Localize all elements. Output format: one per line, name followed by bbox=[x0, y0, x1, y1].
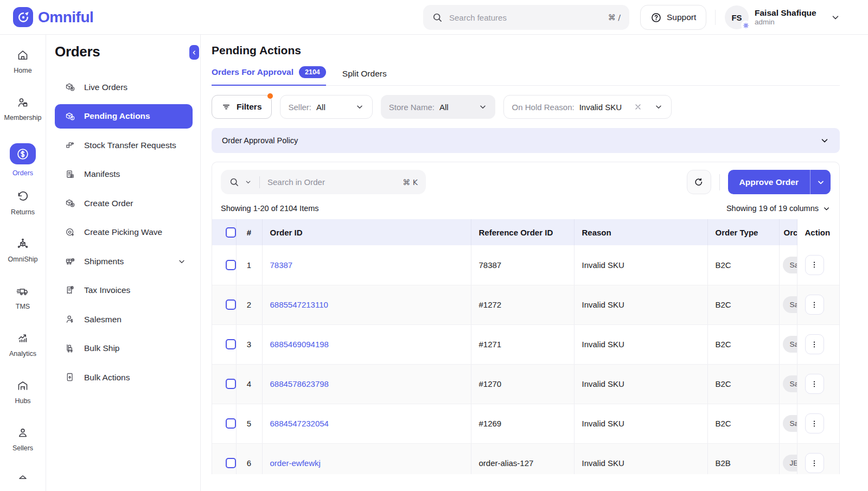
row-checkbox[interactable] bbox=[226, 418, 236, 429]
order-id-link[interactable]: 6884547232054 bbox=[270, 419, 329, 428]
table-row: 2 6885547213110 #1272 Invalid SKU B2C Sa bbox=[212, 285, 839, 324]
table-header-row: # Order ID Reference Order ID Reason Ord… bbox=[212, 219, 839, 245]
approve-order-caret[interactable] bbox=[810, 170, 831, 194]
rail-item-omniship[interactable]: OmniShip bbox=[8, 238, 38, 271]
columns-selector[interactable]: Showing 19 of 19 columns bbox=[726, 204, 831, 213]
rail-item-orders[interactable]: Orders bbox=[10, 143, 36, 177]
order-id-link[interactable]: 78387 bbox=[270, 260, 293, 270]
tab-orders-for-approval[interactable]: Orders For Approval 2104 bbox=[212, 66, 326, 86]
global-search[interactable]: ⌘ / bbox=[423, 5, 629, 30]
sidebar-item-live-orders[interactable]: Live Orders bbox=[55, 75, 193, 99]
row-checkbox[interactable] bbox=[226, 379, 236, 389]
status-badge: JE bbox=[783, 455, 797, 471]
omniship-icon bbox=[16, 238, 29, 251]
omniful-logo-icon bbox=[13, 7, 33, 27]
user-menu[interactable]: FS Faisal Shafique admin bbox=[725, 5, 840, 30]
rail-item-membership[interactable]: Membership bbox=[4, 96, 42, 130]
row-checkbox[interactable] bbox=[226, 458, 236, 468]
tab-split-orders[interactable]: Split Orders bbox=[342, 69, 387, 85]
row-checkbox[interactable] bbox=[226, 339, 236, 349]
rail-item-tms[interactable]: TMS bbox=[16, 285, 30, 318]
top-bar: Omniful ⌘ / Support FS bbox=[0, 0, 868, 35]
order-search-shortcut: ⌘ K bbox=[403, 178, 418, 187]
stock-transfer-icon bbox=[64, 139, 76, 151]
refresh-button[interactable] bbox=[687, 170, 711, 194]
summary-row: Showing 1-20 of 2104 Items Showing 19 of… bbox=[212, 200, 839, 219]
order-id-link[interactable]: 6884578623798 bbox=[270, 379, 329, 388]
orders-table-card: ⌘ K Approve Order Showing 1-20 of bbox=[212, 162, 840, 474]
sidebar-collapse-button[interactable] bbox=[189, 45, 199, 60]
sidebar-item-tax-invoices[interactable]: Tax Invoices bbox=[55, 278, 193, 303]
filters-button[interactable]: Filters bbox=[212, 95, 272, 119]
order-approval-policy-accordion[interactable]: Order Approval Policy bbox=[212, 128, 840, 153]
store-name-filter-dropdown[interactable]: Store Name: All bbox=[381, 95, 495, 119]
main-panel: Pending Actions Orders For Approval 2104… bbox=[201, 35, 868, 491]
analytics-icon bbox=[16, 332, 29, 345]
order-search[interactable]: ⌘ K bbox=[221, 170, 426, 194]
search-divider bbox=[259, 176, 260, 188]
brand[interactable]: Omniful bbox=[13, 7, 93, 27]
approve-order-button[interactable]: Approve Order bbox=[728, 170, 810, 194]
row-actions-kebab-button[interactable] bbox=[805, 255, 824, 275]
status-badge: Sa bbox=[783, 415, 797, 432]
row-actions-kebab-button[interactable] bbox=[805, 453, 824, 473]
sidebar-item-stock-transfer-requests[interactable]: Stock Transfer Requests bbox=[55, 133, 193, 157]
gear-icon bbox=[741, 21, 750, 30]
order-id-link[interactable]: order-ewfewkj bbox=[270, 458, 321, 468]
row-checkbox[interactable] bbox=[226, 260, 236, 270]
avatar: FS bbox=[725, 5, 749, 29]
col-order-type: Order Type bbox=[707, 219, 779, 245]
clear-filter-icon[interactable] bbox=[634, 103, 642, 111]
partial-nav-icon bbox=[16, 474, 29, 487]
orders-count-badge: 2104 bbox=[299, 66, 326, 78]
col-reason: Reason bbox=[574, 219, 707, 245]
table-row: 1 78387 78387 Invalid SKU B2C Sa bbox=[212, 245, 839, 285]
sidebar-item-create-picking-wave[interactable]: Create Picking Wave bbox=[55, 220, 193, 245]
toolbar-divider bbox=[719, 174, 720, 190]
row-actions-kebab-button[interactable] bbox=[805, 295, 824, 315]
global-search-input[interactable] bbox=[449, 13, 602, 22]
rail-item-home[interactable]: Home bbox=[14, 49, 31, 82]
tab-bar: Orders For Approval 2104 Split Orders bbox=[212, 66, 840, 86]
returns-icon bbox=[16, 190, 29, 203]
sidebar-item-create-order[interactable]: Create Order bbox=[55, 191, 193, 215]
sidebar-item-manifests[interactable]: Manifests bbox=[55, 162, 193, 187]
order-id-link[interactable]: 6885469094198 bbox=[270, 340, 329, 349]
col-truncated: Orc bbox=[779, 219, 797, 245]
tms-truck-icon bbox=[16, 285, 30, 298]
bulk-ship-icon bbox=[64, 343, 76, 354]
rail-item-hubs[interactable]: Hubs bbox=[15, 379, 30, 413]
sidebar-item-pending-actions[interactable]: Pending Actions bbox=[55, 104, 193, 129]
select-all-checkbox[interactable] bbox=[226, 227, 236, 238]
order-id-link[interactable]: 6885547213110 bbox=[270, 300, 328, 309]
sidebar-item-salesmen[interactable]: Salesmen bbox=[55, 307, 193, 331]
seller-filter-dropdown[interactable]: Seller: All bbox=[280, 95, 373, 119]
rail-item-partial[interactable] bbox=[16, 474, 29, 491]
user-name: Faisal Shafique bbox=[755, 8, 816, 18]
table-row: 3 6885469094198 #1271 Invalid SKU B2C Sa bbox=[212, 324, 839, 364]
create-order-icon bbox=[64, 197, 76, 209]
row-actions-kebab-button[interactable] bbox=[805, 413, 824, 433]
row-checkbox[interactable] bbox=[226, 299, 236, 310]
rail-item-returns[interactable]: Returns bbox=[11, 190, 35, 224]
table-row: 4 6884578623798 #1270 Invalid SKU B2C Sa bbox=[212, 364, 839, 404]
search-scope-chevron-icon[interactable] bbox=[245, 178, 252, 186]
on-hold-reason-filter-dropdown[interactable]: On Hold Reason: Invalid SKU bbox=[503, 95, 672, 119]
order-search-input[interactable] bbox=[267, 177, 397, 187]
table-row: 6 order-ewfewkj order-alias-127 Invalid … bbox=[212, 443, 839, 474]
table-row: 5 6884547232054 #1269 Invalid SKU B2C Sa bbox=[212, 404, 839, 443]
question-circle-icon bbox=[650, 12, 662, 23]
search-icon bbox=[229, 177, 239, 187]
row-actions-kebab-button[interactable] bbox=[805, 374, 824, 394]
sidebar-item-shipments[interactable]: Shipments bbox=[55, 249, 193, 273]
support-button[interactable]: Support bbox=[640, 5, 706, 30]
shipments-icon bbox=[64, 256, 76, 267]
row-actions-kebab-button[interactable] bbox=[805, 334, 824, 354]
topbar-divider bbox=[715, 10, 716, 25]
col-action: Action bbox=[797, 219, 839, 245]
rail-item-analytics[interactable]: Analytics bbox=[9, 332, 36, 366]
rail-item-sellers[interactable]: Sellers bbox=[12, 426, 33, 460]
sidebar-item-bulk-actions[interactable]: Bulk Actions bbox=[55, 365, 193, 390]
sidebar-item-bulk-ship[interactable]: Bulk Ship bbox=[55, 336, 193, 361]
tax-invoices-icon bbox=[64, 285, 76, 296]
